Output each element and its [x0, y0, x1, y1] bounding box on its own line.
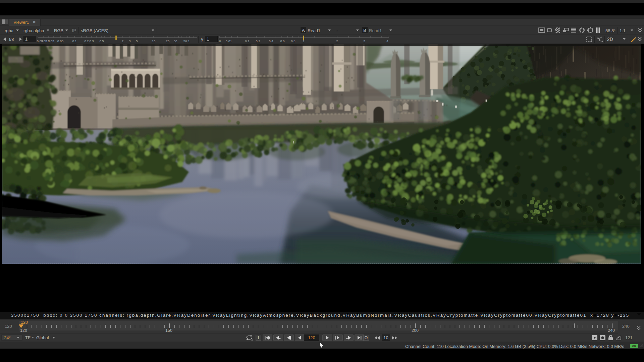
svg-text:0: 0: [219, 39, 221, 43]
svg-text:0.03: 0.03: [48, 39, 54, 43]
svg-text:0.6: 0.6: [280, 39, 284, 43]
svg-text:1: 1: [303, 39, 304, 43]
svg-text:2: 2: [122, 39, 123, 43]
svg-text:20: 20: [166, 39, 170, 43]
svg-text:2: 2: [336, 39, 338, 43]
svg-text:30: 30: [174, 39, 177, 43]
svg-text:0.2: 0.2: [256, 39, 260, 43]
svg-text:10: 10: [152, 39, 156, 43]
svg-text:0.1: 0.1: [72, 39, 76, 43]
svg-text:0.01: 0.01: [226, 39, 232, 43]
svg-text:5: 5: [136, 39, 138, 43]
svg-text:1: 1: [188, 39, 190, 43]
svg-text:56: 56: [183, 39, 187, 43]
svg-text:3: 3: [129, 39, 130, 43]
svg-text:4: 4: [386, 39, 388, 43]
svg-text:0.05: 0.05: [57, 39, 64, 43]
svg-text:0.8: 0.8: [291, 39, 295, 43]
svg-text:0.3: 0.3: [89, 39, 94, 43]
svg-text:3: 3: [363, 39, 365, 43]
svg-text:0.2: 0.2: [84, 39, 89, 43]
svg-text:0.1: 0.1: [245, 39, 249, 43]
svg-text:0.4: 0.4: [269, 39, 273, 43]
svg-text:0.5: 0.5: [99, 39, 104, 43]
